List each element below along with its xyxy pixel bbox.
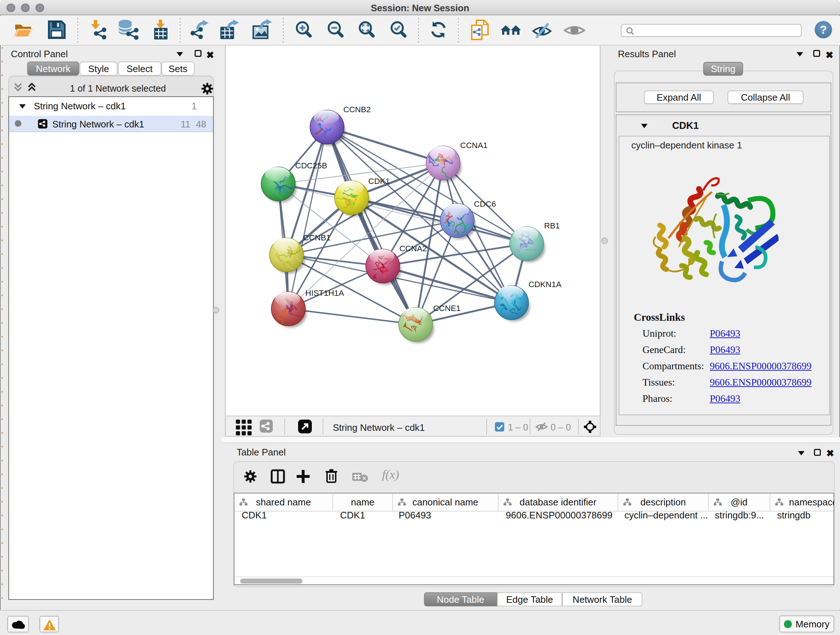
svg-text:CDC25B: CDC25B xyxy=(295,161,327,170)
svg-text:CCNA2: CCNA2 xyxy=(399,244,427,253)
svg-text:CDK1: CDK1 xyxy=(368,177,390,186)
svg-text:CDKN1A: CDKN1A xyxy=(529,280,561,289)
svg-text:CDC6: CDC6 xyxy=(474,200,496,209)
svg-text:CCNA1: CCNA1 xyxy=(460,141,488,150)
svg-text:CCNE1: CCNE1 xyxy=(433,304,461,313)
svg-text:RB1: RB1 xyxy=(544,221,560,230)
svg-text:HIST1H1A: HIST1H1A xyxy=(305,288,344,298)
svg-text:CCNB2: CCNB2 xyxy=(343,105,371,114)
svg-text:CCNB1: CCNB1 xyxy=(303,233,331,242)
